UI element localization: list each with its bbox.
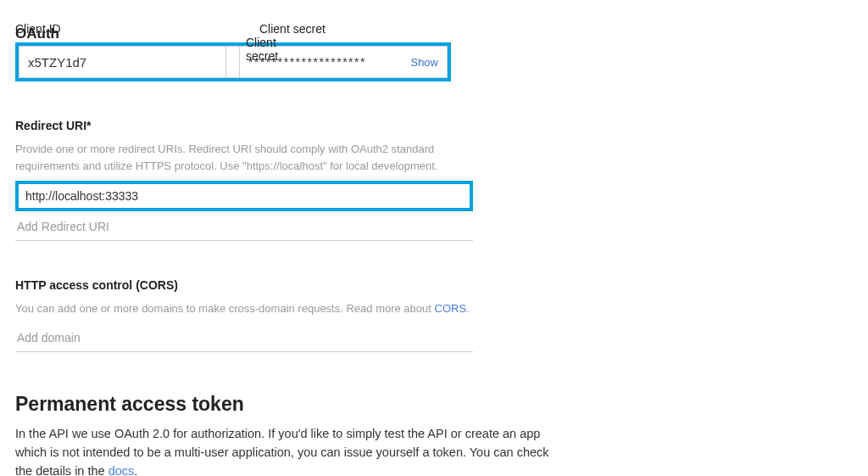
redirect-uri-label: Redirect URI* <box>15 119 481 132</box>
docs-link[interactable]: docs <box>108 464 135 476</box>
permanent-token-body: In the API we use OAuth 2.0 for authoriz… <box>15 424 558 477</box>
client-secret-label: Client secret <box>246 36 278 63</box>
client-id-label-2: Client ID <box>15 22 242 36</box>
cors-helper-post: . <box>466 302 470 315</box>
add-redirect-uri[interactable]: Add Redirect URI <box>15 213 473 241</box>
token-body-pre: In the API we use OAuth 2.0 for authoriz… <box>15 427 549 477</box>
credentials-highlight: ******************** Show <box>15 42 451 81</box>
cors-helper: You can add one or more domains to make … <box>15 300 481 317</box>
add-domain[interactable]: Add domain <box>15 324 473 352</box>
redirect-uri-input[interactable] <box>15 181 473 211</box>
credentials-divider <box>226 46 240 78</box>
permanent-token-heading: Permanent access token <box>15 393 853 416</box>
client-secret-label-2: Client secret <box>259 22 326 36</box>
cors-label: HTTP access control (CORS) <box>15 278 481 292</box>
client-id-input[interactable] <box>19 46 226 78</box>
cors-helper-pre: You can add one or more domains to make … <box>15 302 435 315</box>
redirect-uri-helper: Provide one or more redirect URIs. Redir… <box>15 141 481 174</box>
show-secret-link[interactable]: Show <box>410 56 438 69</box>
token-body-post: . <box>134 464 137 476</box>
cors-link[interactable]: CORS <box>435 302 467 315</box>
